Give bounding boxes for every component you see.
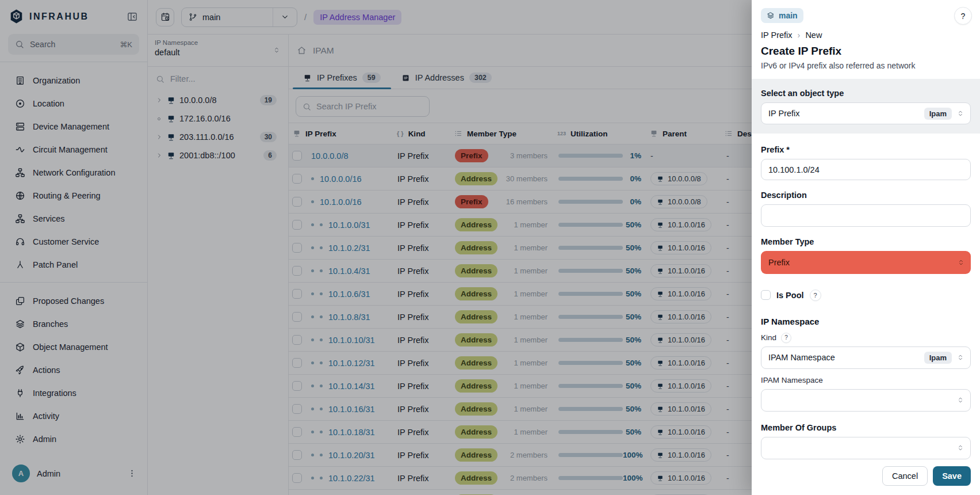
is-pool-row: Is Pool ?: [761, 290, 971, 301]
object-type-kind-badge: Ipam: [924, 108, 952, 120]
layers-icon: [767, 12, 775, 20]
kind-value: IPAM Namespace: [768, 353, 920, 362]
drawer-form: Prefix * 10.100.1.0/24 Description Membe…: [752, 134, 980, 495]
drawer-title: Create IP Prefix: [761, 45, 971, 58]
ip-namespace-section-title: IP Namespace: [761, 317, 971, 326]
member-of-groups-label: Member Of Groups: [761, 423, 971, 432]
kind-help-icon[interactable]: ?: [781, 333, 791, 343]
breadcrumb-separator: ›: [798, 31, 801, 40]
object-type-select[interactable]: IP Prefix Ipam: [761, 102, 971, 124]
chevrons-up-down-icon: [957, 258, 965, 266]
chevrons-up-down-icon: [956, 444, 964, 452]
kind-row: Kind ?: [761, 333, 971, 343]
member-of-groups-select[interactable]: [761, 437, 971, 459]
prefix-field-input[interactable]: 10.100.1.0/24: [761, 159, 971, 180]
object-type-value: IP Prefix: [768, 109, 920, 118]
kind-select[interactable]: IPAM Namespace Ipam: [761, 346, 971, 369]
branch-badge[interactable]: main: [761, 8, 803, 23]
is-pool-help-icon[interactable]: ?: [810, 290, 821, 301]
description-field-label: Description: [761, 191, 971, 200]
ipam-namespace-select[interactable]: [761, 389, 971, 412]
prefix-field-label: Prefix *: [761, 145, 971, 154]
branch-badge-label: main: [779, 11, 798, 20]
cancel-button[interactable]: Cancel: [882, 466, 928, 486]
chevrons-up-down-icon: [956, 109, 964, 117]
description-field-input[interactable]: [761, 204, 971, 227]
object-type-label: Select an object type: [761, 89, 971, 98]
kind-badge: Ipam: [924, 352, 952, 364]
save-button[interactable]: Save: [933, 466, 971, 486]
member-type-select[interactable]: Prefix: [761, 251, 971, 273]
object-type-section: Select an object type IP Prefix Ipam: [752, 79, 980, 134]
kind-label: Kind: [761, 333, 776, 342]
help-button[interactable]: ?: [954, 7, 972, 25]
chevrons-up-down-icon: [956, 396, 964, 404]
breadcrumb-new: New: [805, 31, 822, 40]
member-type-value: Prefix: [768, 258, 957, 267]
chevrons-up-down-icon: [956, 353, 964, 361]
app-root: INFRAHUB Search ⌘K OrganizationLocationD…: [0, 0, 980, 495]
is-pool-checkbox[interactable]: [761, 290, 771, 300]
ipam-namespace-label: IPAM Namespace: [761, 376, 971, 384]
create-ip-prefix-drawer: main ? IP Prefix › New Create IP Prefix …: [752, 0, 980, 495]
is-pool-label: Is Pool: [776, 291, 804, 300]
member-type-label: Member Type: [761, 237, 971, 246]
drawer-actions: Cancel Save: [761, 459, 971, 486]
drawer-subtitle: IPv6 or IPv4 prefix also referred as net…: [761, 61, 971, 79]
drawer-breadcrumb: IP Prefix › New: [761, 31, 971, 40]
drawer-header: main ? IP Prefix › New Create IP Prefix …: [752, 0, 980, 79]
breadcrumb-ip-prefix[interactable]: IP Prefix: [761, 31, 793, 40]
